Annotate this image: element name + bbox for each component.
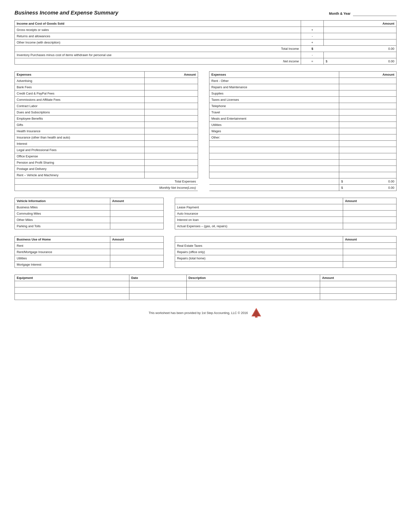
income-header-label: Income and Cost of Goods Sold: [15, 20, 301, 27]
home-left-amount: [110, 243, 163, 249]
expense-row: Credit Card & PayPal Fees Supplies: [15, 90, 396, 97]
income-net-eq: =: [301, 58, 324, 65]
exp-left-amount: [144, 78, 198, 84]
exp-right-label: Repairs and Maintenance: [209, 84, 339, 90]
equip-header-amount: Amount: [320, 275, 396, 281]
exp-right-amount: [339, 90, 396, 97]
exp-right-label: Supplies: [209, 90, 339, 97]
home-right-amount: [343, 249, 396, 255]
equip-header-equipment: Equipment: [15, 275, 129, 281]
income-net-dollar: $: [326, 59, 327, 63]
exp-left-label: Interest: [15, 141, 144, 147]
total-expenses-label: Total Expenses: [15, 178, 198, 185]
vehicle-left-amount: [110, 210, 163, 217]
home-table: Business Use of Home Amount Amount Rent …: [15, 236, 396, 268]
exp-left-label: Commissions and Affiliate Fees: [15, 97, 144, 103]
expense-row: Advertising Rent - Other: [15, 78, 396, 84]
exp-left-amount: [144, 109, 198, 115]
exp-left-amount: [144, 128, 198, 134]
equip-cell-amount: [320, 281, 396, 287]
home-left-amount: [110, 255, 163, 262]
exp-right-label: [209, 141, 339, 147]
exp-right-label: [209, 160, 339, 166]
expense-row: Bank Fees Repairs and Maintenance: [15, 84, 396, 90]
equip-row: [15, 287, 396, 294]
income-row-total: Total Income $ 0.00: [15, 46, 396, 52]
exp-left-label: Legal and Professional Fees: [15, 147, 144, 153]
exp-right-amount: [339, 78, 396, 84]
vehicle-right-amount: [343, 223, 396, 229]
total-expenses-row: Total Expenses $ 0.00: [15, 178, 396, 185]
equip-cell-description: [186, 287, 320, 294]
expense-row: Rent – Vehicle and Machinery: [15, 172, 396, 178]
home-right-label: [175, 262, 343, 268]
home-header-col2: Amount: [110, 236, 163, 243]
expense-row: Interest: [15, 141, 396, 147]
exp-right-label: Telephone: [209, 103, 339, 109]
exp-right-amount: [339, 128, 396, 134]
home-left-label: Mortgage Interest: [15, 262, 110, 268]
monthly-net-label: Monthly Net Income(Loss): [15, 185, 198, 191]
exp-right-amount: [339, 160, 396, 166]
monthly-net-dollar: $: [341, 186, 343, 190]
vehicle-left-label: Parking and Tolls: [15, 223, 110, 229]
month-year-input-line: [353, 11, 396, 16]
month-year-label: Month & Year: [329, 12, 351, 16]
income-row-other: Other Income (with description) +: [15, 39, 396, 46]
exp-right-label: Utilities: [209, 122, 339, 128]
exp-left-amount: [144, 103, 198, 109]
exp-right-amount: [339, 122, 396, 128]
exp-right-amount: [339, 109, 396, 115]
home-row: Rent/Mortgage Insurance Repairs (office …: [15, 249, 396, 255]
vehicle-left-amount: [110, 223, 163, 229]
total-expenses-right: $ 0.00: [339, 178, 396, 185]
exp-left-label: Advertising: [15, 78, 144, 84]
income-sign-returns: -: [301, 33, 324, 39]
home-right-amount: [343, 243, 396, 249]
vehicle-header-col1: Vehicle Information: [15, 198, 110, 204]
income-sign-gross: +: [301, 27, 324, 33]
vehicle-row: Parking and Tolls Actual Expenses – (gas…: [15, 223, 396, 229]
equip-cell-equipment: [15, 294, 129, 300]
total-expenses-value: 0.00: [388, 180, 394, 183]
home-left-label: Rent: [15, 243, 110, 249]
month-year-section: Month & Year: [329, 11, 396, 16]
income-net-label: Net income: [15, 58, 301, 65]
vehicle-table: Vehicle Information Amount Amount Busine…: [15, 198, 396, 229]
exp-right-amount: [339, 103, 396, 109]
income-sign-other: +: [301, 39, 324, 46]
exp-left-label: Office Expense: [15, 153, 144, 160]
svg-rect-2: [255, 316, 258, 318]
income-amount-inventory: [324, 52, 396, 58]
exp-right-amount: [339, 134, 396, 141]
exp-right-header-label: Expenses: [209, 72, 339, 78]
vehicle-left-label: Other Miles: [15, 217, 110, 223]
income-row-inventory: Inventory Purchases minus cost of items …: [15, 52, 396, 58]
equip-cell-equipment: [15, 281, 129, 287]
exp-right-amount: [339, 147, 396, 153]
exp-right-label: Taxes and Licenses: [209, 97, 339, 103]
expense-row: Legal and Professional Fees: [15, 147, 396, 153]
footer: This worksheet has been provided by 1st …: [15, 307, 396, 319]
exp-right-amount: [339, 172, 396, 178]
vehicle-row: Business Miles Lease Payment: [15, 204, 396, 210]
equip-cell-date: [129, 294, 186, 300]
total-expenses-dollar: $: [341, 180, 343, 183]
vehicle-row: Other Miles Interest on loan: [15, 217, 396, 223]
income-total-dollar: $: [301, 46, 324, 52]
exp-left-label: Employee Benefits: [15, 115, 144, 122]
exp-right-label: Travel: [209, 109, 339, 115]
exp-right-label: Other:: [209, 134, 339, 141]
home-right-amount: [343, 262, 396, 268]
exp-right-label: [209, 172, 339, 178]
equip-row: [15, 281, 396, 287]
income-label-other: Other Income (with description): [15, 39, 301, 46]
income-amount-other: [324, 39, 396, 46]
expense-row: Gifts Utilities: [15, 122, 396, 128]
expense-row: Pension and Profit Sharing: [15, 160, 396, 166]
exp-right-amount: [339, 141, 396, 147]
income-label-returns: Returns and allowances: [15, 33, 301, 39]
vehicle-header-col4: Amount: [343, 198, 396, 204]
exp-left-header-amount: Amount: [144, 72, 198, 78]
home-row: Mortgage Interest: [15, 262, 396, 268]
